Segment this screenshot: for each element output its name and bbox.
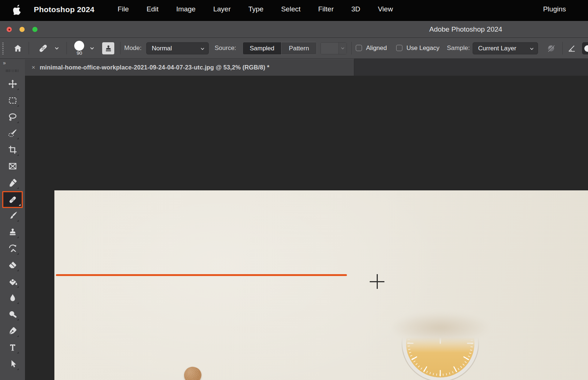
aligned-label: Aligned — [366, 44, 387, 52]
divider — [67, 42, 67, 54]
eraser-tool[interactable] — [4, 257, 21, 273]
lasso-tool[interactable] — [4, 109, 21, 125]
sample-select-value: Current Layer — [478, 45, 516, 52]
menu-item-edit[interactable]: Edit — [147, 5, 159, 13]
wall-clock — [398, 326, 483, 380]
brush-tool-icon — [8, 211, 18, 221]
brush-angle-icon[interactable] — [567, 44, 577, 53]
close-window-button[interactable] — [7, 27, 12, 32]
mode-select-value: Normal — [152, 45, 172, 52]
menu-item-layer[interactable]: Layer — [213, 5, 231, 13]
menu-item-select[interactable]: Select — [281, 5, 301, 13]
pen-tool[interactable] — [4, 323, 21, 339]
use-legacy-checkbox[interactable] — [396, 45, 402, 51]
chevron-down-icon[interactable] — [54, 46, 60, 51]
canvas-image[interactable] — [54, 190, 588, 380]
chevron-down-icon — [200, 46, 205, 51]
divider — [351, 42, 352, 54]
chevron-down-icon — [340, 46, 345, 51]
pressure-icon — [584, 45, 588, 52]
app-menu-title[interactable]: Photoshop 2024 — [34, 5, 94, 14]
pattern-picker[interactable] — [320, 42, 347, 54]
rectangular-marquee-tool-icon — [8, 96, 18, 105]
clone-stamp-tool[interactable] — [4, 224, 21, 240]
healing-brush-tool[interactable] — [2, 191, 23, 208]
menu-item-3d[interactable]: 3D — [351, 5, 360, 13]
apple-logo-icon[interactable] — [12, 5, 22, 16]
sample-select[interactable]: Current Layer — [473, 42, 538, 54]
options-bar-grip[interactable] — [2, 42, 4, 54]
type-tool-icon — [8, 343, 18, 352]
blur-tool-icon — [8, 293, 18, 303]
document-tab[interactable]: × minimal-home-office-workplace-2021-09-… — [25, 59, 354, 76]
source-pattern-button[interactable]: Pattern — [281, 42, 316, 54]
brush-preview-circle[interactable] — [74, 41, 84, 51]
window-title: Adobe Photoshop 2024 — [429, 25, 502, 33]
source-sampled-button[interactable]: Sampled — [243, 42, 281, 54]
divider — [562, 42, 563, 54]
pattern-swatch-cell — [321, 43, 339, 54]
document-tab-title: minimal-home-office-workplace-2021-09-24… — [40, 64, 269, 71]
macos-menu-bar: Photoshop 2024 FileEditImageLayerTypeSel… — [0, 0, 588, 21]
source-segmented-control: Sampled Pattern — [243, 42, 317, 55]
zoom-window-button[interactable] — [32, 27, 37, 32]
rectangular-marquee-tool[interactable] — [4, 92, 21, 108]
pen-tool-icon — [8, 326, 18, 336]
eyedropper-tool[interactable] — [4, 175, 21, 191]
pressure-size-button[interactable] — [582, 42, 588, 54]
panel-grip[interactable] — [6, 69, 19, 72]
eyedropper-tool-icon — [8, 178, 18, 188]
move-tool-icon — [8, 79, 18, 89]
tool-options-bar: 90 Mode: Normal Source: Sampled Pattern … — [0, 38, 588, 59]
window-title-bar: Adobe Photoshop 2024 — [0, 21, 588, 38]
eraser-tool-icon — [8, 260, 18, 270]
blur-tool[interactable] — [4, 290, 21, 306]
crop-tool[interactable] — [4, 141, 21, 158]
canvas-pasteboard — [25, 76, 588, 380]
brush-settings-panel-button[interactable] — [102, 42, 114, 54]
cork-dot — [184, 367, 201, 380]
chevron-down-icon — [529, 46, 534, 51]
divider — [120, 42, 121, 54]
menu-item-filter[interactable]: Filter — [318, 5, 334, 13]
dodge-tool[interactable] — [4, 306, 21, 322]
history-brush-tool[interactable] — [4, 240, 21, 257]
healing-brush-preset-icon[interactable] — [37, 43, 49, 54]
sample-label: Sample: — [447, 44, 470, 52]
mode-label: Mode: — [124, 44, 141, 52]
menu-item-file[interactable]: File — [118, 5, 129, 13]
history-brush-tool-icon — [8, 244, 18, 254]
type-tool[interactable] — [4, 339, 21, 355]
home-icon[interactable] — [13, 44, 22, 53]
menu-item-image[interactable]: Image — [176, 5, 196, 13]
paint-bucket-tool-icon — [8, 277, 18, 287]
menu-items: FileEditImageLayerTypeSelectFilter3DView — [118, 5, 393, 13]
healing-brush-tool-icon — [8, 195, 18, 205]
crosshair-cursor — [370, 274, 384, 289]
lasso-tool-icon — [8, 112, 18, 122]
object-selection-tool[interactable] — [4, 125, 21, 141]
mode-select[interactable]: Normal — [146, 42, 209, 54]
paint-bucket-tool[interactable] — [4, 273, 21, 290]
source-label: Source: — [215, 44, 236, 52]
collapse-panel-icon[interactable]: » — [3, 60, 6, 66]
stamp-icon — [104, 44, 113, 53]
frame-tool[interactable] — [4, 158, 21, 174]
move-tool[interactable] — [4, 76, 21, 92]
crop-tool-icon — [8, 145, 18, 155]
path-selection-tool-icon — [8, 359, 18, 369]
menu-item-view[interactable]: View — [378, 5, 393, 13]
ignore-adjustment-layers-icon[interactable] — [546, 43, 556, 53]
menu-item-plugins[interactable]: Plugins — [543, 5, 566, 13]
chevron-down-icon[interactable] — [89, 46, 95, 51]
orange-brush-stroke — [56, 274, 347, 276]
dodge-tool-icon — [8, 309, 18, 319]
path-selection-tool[interactable] — [4, 356, 21, 372]
object-selection-tool-icon — [8, 128, 18, 138]
frame-tool-icon — [8, 161, 18, 171]
menu-item-type[interactable]: Type — [248, 5, 263, 13]
aligned-checkbox[interactable] — [356, 45, 362, 51]
close-tab-icon[interactable]: × — [32, 64, 35, 71]
minimize-window-button[interactable] — [19, 27, 25, 32]
brush-tool[interactable] — [4, 207, 21, 223]
